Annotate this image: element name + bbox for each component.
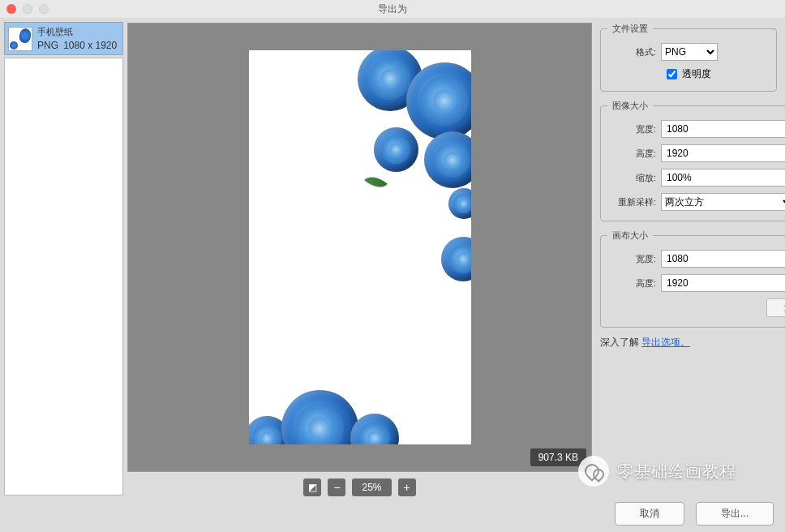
learn-more: 深入了解 导出选项。 <box>600 336 777 350</box>
wechat-icon <box>578 456 609 487</box>
asset-list-empty <box>4 58 123 496</box>
asset-meta: PNG 1080 x 1920 <box>37 40 119 51</box>
resample-select[interactable]: 两次立方 <box>661 193 785 211</box>
transparency-label: 透明度 <box>682 67 711 81</box>
file-settings-legend: 文件设置 <box>607 23 653 35</box>
export-button[interactable]: 导出... <box>696 502 774 526</box>
cancel-button[interactable]: 取消 <box>615 502 684 526</box>
image-height-label: 高度: <box>607 148 656 160</box>
artboard-preview <box>249 50 471 444</box>
reset-button[interactable]: 复位 <box>766 298 785 317</box>
zoom-percent[interactable]: 25% <box>352 478 391 496</box>
image-height-input[interactable] <box>661 144 785 162</box>
preview-pane: 907.3 KB ◩ − 25% + <box>127 18 597 504</box>
format-select[interactable]: PNG <box>661 43 718 61</box>
canvas-size-group: 画布大小 宽度: 像素 高度: 像素 复位 <box>600 230 785 328</box>
dialog-buttons: 取消 导出... <box>615 502 774 526</box>
transparency-checkbox[interactable] <box>667 69 677 79</box>
titlebar: 导出为 <box>0 0 785 18</box>
close-icon[interactable] <box>6 4 16 14</box>
scale-label: 缩放: <box>607 172 656 184</box>
settings-panel: 文件设置 格式: PNG 透明度 图像大小 宽度: 像素 高度: <box>597 18 785 504</box>
export-options-link[interactable]: 导出选项。 <box>641 337 690 348</box>
format-label: 格式: <box>607 46 656 58</box>
canvas-width-label: 宽度: <box>607 253 656 265</box>
watermark: 零基础绘画教程 <box>578 456 736 487</box>
resample-label: 重新采样: <box>607 196 656 208</box>
asset-thumbnail <box>8 27 32 51</box>
zoom-out-button[interactable]: − <box>328 478 345 496</box>
canvas-size-legend: 画布大小 <box>607 230 653 242</box>
asset-name: 手机壁纸 <box>37 26 119 38</box>
maximize-icon <box>39 4 49 14</box>
window-controls <box>6 4 49 14</box>
image-size-legend: 图像大小 <box>607 100 653 112</box>
assets-sidebar: 手机壁纸 PNG 1080 x 1920 <box>0 18 127 504</box>
zoom-toolbar: ◩ − 25% + <box>127 475 592 500</box>
minimize-icon <box>23 4 32 14</box>
zoom-in-button[interactable]: + <box>398 478 416 496</box>
canvas-height-input[interactable] <box>661 274 785 292</box>
asset-list-item[interactable]: 手机壁纸 PNG 1080 x 1920 <box>4 22 123 55</box>
main-area: 手机壁纸 PNG 1080 x 1920 <box>0 18 785 504</box>
canvas-width-input[interactable] <box>661 250 785 268</box>
canvas-height-label: 高度: <box>607 277 656 290</box>
window-title: 导出为 <box>378 2 407 16</box>
watermark-text: 零基础绘画教程 <box>617 461 736 483</box>
grid-toggle-icon[interactable]: ◩ <box>303 478 321 496</box>
image-size-group: 图像大小 宽度: 像素 高度: 像素 缩放: 重新采样: 两次立方 <box>600 100 785 221</box>
image-width-label: 宽度: <box>607 123 656 135</box>
scale-input[interactable] <box>661 169 785 187</box>
file-settings-group: 文件设置 格式: PNG 透明度 <box>600 23 777 92</box>
asset-info: 手机壁纸 PNG 1080 x 1920 <box>37 26 119 51</box>
preview-canvas[interactable]: 907.3 KB <box>127 23 592 472</box>
image-width-input[interactable] <box>661 120 785 138</box>
